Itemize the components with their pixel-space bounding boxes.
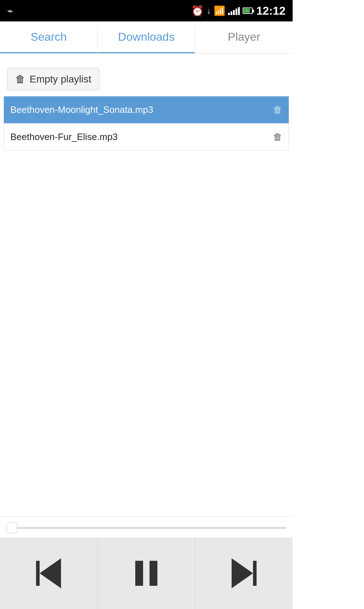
status-bar: ⌁ ⏰ ↓ 📶 12:12 bbox=[0, 0, 293, 21]
skip-previous-icon bbox=[36, 558, 61, 588]
trash-icon: 🗑 bbox=[15, 73, 25, 85]
tab-player[interactable]: Player bbox=[195, 21, 293, 53]
pause-button[interactable] bbox=[98, 538, 196, 609]
next-button[interactable] bbox=[195, 538, 293, 609]
tab-downloads[interactable]: Downloads bbox=[98, 21, 195, 53]
prev-button[interactable] bbox=[0, 538, 98, 609]
signal-bars-icon bbox=[228, 6, 240, 15]
tab-search[interactable]: Search bbox=[0, 21, 97, 53]
delete-item-2-icon[interactable]: 🗑 bbox=[273, 131, 282, 143]
status-time: 12:12 bbox=[256, 4, 285, 18]
tab-bar: Search Downloads Player bbox=[0, 21, 293, 54]
delete-item-1-icon[interactable]: 🗑 bbox=[273, 104, 282, 115]
playlist-item[interactable]: Beethoven-Fur_Elise.mp3 🗑 bbox=[4, 124, 289, 150]
skip-next-icon bbox=[232, 558, 257, 588]
usb-icon: ⌁ bbox=[7, 5, 13, 17]
playlist: Beethoven-Moonlight_Sonata.mp3 🗑 Beethov… bbox=[4, 96, 289, 151]
pause-icon bbox=[135, 561, 157, 586]
seek-bar[interactable] bbox=[6, 527, 286, 529]
download-indicator-icon: ↓ bbox=[207, 6, 211, 16]
battery-icon bbox=[243, 8, 253, 14]
wifi-icon: 📶 bbox=[214, 5, 225, 16]
content-area: 🗑 Empty playlist Beethoven-Moonlight_Son… bbox=[0, 54, 293, 154]
seek-bar-container bbox=[0, 516, 293, 538]
alarm-icon: ⏰ bbox=[191, 5, 204, 17]
playlist-item[interactable]: Beethoven-Moonlight_Sonata.mp3 🗑 bbox=[4, 96, 289, 124]
player-controls bbox=[0, 538, 293, 609]
empty-playlist-button[interactable]: 🗑 Empty playlist bbox=[7, 68, 100, 90]
bottom-area bbox=[0, 516, 293, 609]
